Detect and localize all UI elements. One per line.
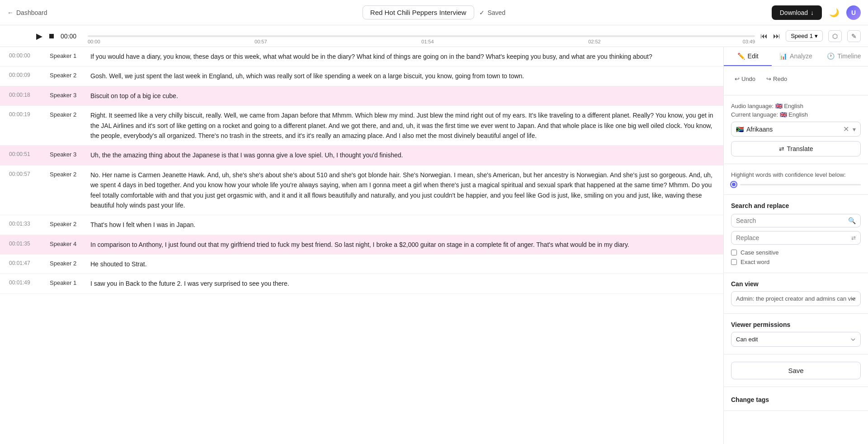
change-tags-section: Change tags [724,387,868,411]
progress-track[interactable] [88,35,755,37]
transcript-timestamp: 00:00:19 [9,110,50,118]
avatar[interactable]: U [846,5,861,20]
selected-language-flag: 🇿🇦 [736,126,744,133]
transcript-timestamp: 00:01:33 [9,220,50,227]
play-button[interactable]: ▶ [36,31,42,41]
translate-button[interactable]: ⇄ Translate [731,141,861,156]
tab-analyze-label: Analyze [790,52,812,60]
transcript-timestamp: 00:01:49 [9,279,50,286]
undo-icon: ↩ [735,76,740,82]
table-row: 00:01:35Speaker 4In comparison to Anthon… [0,235,723,255]
language-clear-button[interactable]: ✕ [843,125,849,133]
redo-button[interactable]: ↪ Redo [763,74,791,84]
transcript-timestamp: 00:01:35 [9,240,50,247]
tab-timeline[interactable]: 🕐 Timeline [820,47,868,66]
can-view-select[interactable]: Admin: the project creator and admins ca… [731,291,861,306]
transcript-timestamp: 00:00:51 [9,150,50,157]
tab-analyze[interactable]: 📊 Analyze [772,47,820,66]
transcript-area: 00:00:00Speaker 1If you would have a dia… [0,47,723,444]
transcript-text[interactable]: If you would have a diary, you know, the… [90,52,714,61]
table-row: 00:00:51Speaker 3Uh, the the amazing thi… [0,146,723,165]
speed-value: 1 [810,33,813,39]
progress-bar-wrapper[interactable]: 00:00 00:57 01:54 02:52 03:49 [88,35,755,37]
avatar-initials: U [851,9,856,16]
search-replace-section: Search and replace 🔍 ⇄ Case sensitive Ex… [724,195,868,273]
edit-icon: ✏️ [737,52,745,60]
transcript-speaker[interactable]: Speaker 1 [50,279,90,286]
redo-label: Redo [773,76,787,82]
transcript-speaker[interactable]: Speaker 4 [50,240,90,247]
tool-button-1[interactable]: ⬡ [828,30,842,42]
forward-button[interactable]: ⏭ [773,32,780,40]
transcript-speaker[interactable]: Speaker 2 [50,220,90,227]
tab-edit[interactable]: ✏️ Edit [724,47,772,66]
document-title[interactable]: Red Hot Chili Peppers Interview [363,5,474,19]
check-icon: ✓ [479,9,485,16]
translate-icon: ⇄ [779,145,784,152]
transcript-speaker[interactable]: Speaker 3 [50,91,90,99]
transcript-text[interactable]: No. Her name is Carmen Jeanette Hawk. An… [90,170,714,211]
tool-button-2[interactable]: ✎ [847,30,861,42]
transcript-text[interactable]: Gosh. Well, we just spent the last week … [90,71,714,81]
back-arrow-icon: ← [7,9,14,16]
transcript-text[interactable]: Right. It seemed like a very chilly bisc… [90,110,714,141]
redo-icon: ↪ [766,76,771,82]
transcript-text[interactable]: I saw you in Back to the future 2. I was… [90,279,714,288]
save-label: Save [788,367,803,374]
current-time: 00:00 [61,33,82,40]
replace-input-wrapper: ⇄ [731,231,861,245]
can-view-section: Can view Admin: the project creator and … [724,273,868,314]
replace-icon[interactable]: ⇄ [851,235,856,241]
back-label: Dashboard [16,9,47,16]
transcript-speaker[interactable]: Speaker 2 [50,110,90,118]
confidence-slider-row [731,182,861,187]
exact-word-option[interactable]: Exact word [731,259,861,265]
language-selector[interactable]: 🇿🇦 Afrikaans ✕ ▾ [731,122,861,137]
exact-word-checkbox[interactable] [731,259,737,265]
speed-chevron-icon: ▾ [815,33,818,39]
transcript-text[interactable]: Biscuit on top of a big ice cube. [90,91,714,101]
transcript-speaker[interactable]: Speaker 2 [50,259,90,267]
transcript-text[interactable]: That's how I felt when I was in Japan. [90,220,714,230]
saved-label: Saved [487,9,505,16]
stop-button[interactable]: ⏹ [48,32,55,40]
transcript-speaker[interactable]: Speaker 1 [50,52,90,59]
time-label-1: 00:57 [255,39,267,44]
table-row: 00:01:47Speaker 2He shouted to Strat. [0,255,723,274]
audio-language-label: Audio language: [731,103,774,109]
speed-button[interactable]: Speed 1 ▾ [786,30,823,42]
transcript-speaker[interactable]: Speaker 2 [50,170,90,178]
right-panel: ✏️ Edit 📊 Analyze 🕐 Timeline ↩ Undo ↪ [723,47,868,444]
theme-toggle-button[interactable]: 🌙 [827,6,841,19]
topbar: ← Dashboard Red Hot Chili Peppers Interv… [0,0,868,25]
current-language-flag: 🇬🇧 [780,111,789,118]
current-language-info: Current language: 🇬🇧 English [731,111,861,118]
confidence-section: Highlight words with confidence level be… [724,164,868,195]
viewer-permissions-select[interactable]: Can edit Can view No access [731,332,861,347]
transcript-speaker[interactable]: Speaker 3 [50,150,90,158]
undo-button[interactable]: ↩ Undo [731,74,759,84]
search-icon[interactable]: 🔍 [848,217,856,224]
save-section: Save [724,354,868,387]
transcript-timestamp: 00:00:00 [9,52,50,59]
undo-redo-section: ↩ Undo ↪ Redo [724,66,868,95]
saved-status: ✓ Saved [479,9,505,16]
language-dropdown-arrow[interactable]: ▾ [853,126,856,133]
save-button[interactable]: Save [731,362,861,379]
timeline-icon: 🕐 [827,52,835,60]
transcript-text[interactable]: In comparison to Anthony, I just found o… [90,240,714,250]
transcript-text[interactable]: He shouted to Strat. [90,259,714,269]
rewind-button[interactable]: ⏮ [760,32,768,40]
case-sensitive-option[interactable]: Case sensitive [731,249,861,256]
transcript-speaker[interactable]: Speaker 2 [50,71,90,79]
replace-input[interactable] [736,234,851,241]
case-sensitive-checkbox[interactable] [731,250,737,255]
back-button[interactable]: ← Dashboard [7,9,47,16]
language-section: Audio language: 🇬🇧 English Current langu… [724,95,868,164]
download-button[interactable]: Download ↓ [772,5,822,20]
transcript-text[interactable]: Uh, the the amazing thing about the Japa… [90,150,714,160]
transcript-timestamp: 00:00:57 [9,170,50,177]
viewer-permissions-section: Viewer permissions Can edit Can view No … [724,314,868,354]
time-label-4: 03:49 [743,39,755,44]
search-input[interactable] [736,217,848,224]
